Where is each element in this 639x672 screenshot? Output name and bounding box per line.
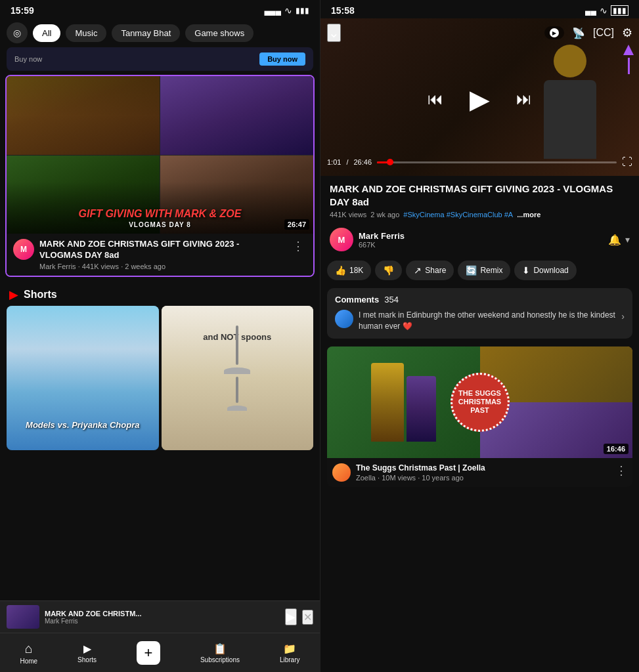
comments-section: Comments 354 I met mark in Edinburgh the… xyxy=(327,288,632,339)
progress-bar[interactable] xyxy=(377,161,617,163)
video-overlay-subtitle-text: VLOGMAS DAY 8 xyxy=(129,221,191,228)
filter-tabs: ◎ All Music Tanmay Bhat Game shows xyxy=(0,18,320,47)
player-cast-button[interactable]: 📡 xyxy=(572,27,585,39)
chevron-down-icon[interactable]: ▾ xyxy=(625,234,630,245)
featured-video-more-btn[interactable]: ⋮ xyxy=(290,239,307,253)
mini-close-button[interactable]: ✕ xyxy=(302,610,313,625)
player-top-bar: ⌄ ▶ 📡 [CC] ⚙ xyxy=(320,18,639,47)
nav-subscriptions[interactable]: 📋 Subscriptions xyxy=(200,642,240,663)
right-channel-name: Mark Ferris xyxy=(359,231,603,241)
video-title-overlay: GIFT GIVING WITH MARK & ZOE VLOGMAS DAY … xyxy=(7,182,313,234)
nav-home[interactable]: ⌂ Home xyxy=(20,641,37,665)
ad-buy-button[interactable]: Buy now xyxy=(259,52,305,66)
featured-video-title: MARK AND ZOE CHRISTMAS GIFT GIVING 2023 … xyxy=(39,239,284,261)
progress-dot xyxy=(387,159,393,165)
video-views: 441K views xyxy=(330,211,366,219)
player-collapse-button[interactable]: ⌄ xyxy=(327,24,341,42)
left-status-icons: ▄▄▄ ∿ ▮▮▮ xyxy=(264,5,309,16)
tab-all[interactable]: All xyxy=(33,24,60,42)
comment-expand-icon[interactable]: › xyxy=(621,311,625,322)
video-info-section: MARK AND ZOE CHRISTMAS GIFT GIVING 2023 … xyxy=(320,176,639,222)
short-thumb-1: Models vs. Priyanka Chopra xyxy=(7,306,159,450)
remix-button[interactable]: 🔄 Remix xyxy=(458,261,510,280)
comment-content: I met mark in Edinburgh the other weeken… xyxy=(359,310,616,332)
short-thumb-2: and NOT spoons xyxy=(162,306,314,450)
tab-tanmay-bhat[interactable]: Tanmay Bhat xyxy=(112,24,180,42)
ad-text: Buy now xyxy=(14,55,42,63)
right-status-time: 15:58 xyxy=(331,5,355,16)
video-player[interactable]: ⌄ ▶ 📡 [CC] ⚙ xyxy=(320,18,639,176)
progress-fill xyxy=(377,161,387,163)
commenter-avatar xyxy=(335,310,353,328)
shorts-header: ▶ Shorts xyxy=(0,282,320,306)
previous-button[interactable]: ⏮ xyxy=(428,90,443,108)
right-status-bar: 15:58 ▄▄ ∿ ▮▮▮ xyxy=(320,0,639,18)
progress-row: 1:01 / 26:46 ⛶ xyxy=(327,156,632,168)
tab-music[interactable]: Music xyxy=(66,24,106,42)
nav-create[interactable]: + xyxy=(137,641,160,665)
mini-player-title: MARK AND ZOE CHRISTM... xyxy=(45,610,280,618)
short-item-1[interactable]: Models vs. Priyanka Chopra xyxy=(7,306,159,450)
play-pause-button[interactable]: ▶ xyxy=(470,84,490,114)
video-overlay-title-text: GIFT GIVING WITH MARK & ZOE xyxy=(79,208,242,220)
player-settings-button[interactable]: ⚙ xyxy=(622,26,632,40)
right-battery-icon: ▮▮▮ xyxy=(611,5,628,16)
channel-row: M Mark Ferris 667K 🔔 ▾ xyxy=(320,222,639,257)
left-panel: 15:59 ▄▄▄ ∿ ▮▮▮ ◎ All Music Tanmay Bhat … xyxy=(0,0,320,672)
home-icon: ⌂ xyxy=(25,641,33,656)
tab-game-shows[interactable]: Game shows xyxy=(185,24,253,42)
create-icon: + xyxy=(137,641,160,665)
right-scrollable-content: MARK AND ZOE CHRISTMAS GIFT GIVING 2023 … xyxy=(320,176,639,672)
tab-explore-icon[interactable]: ◎ xyxy=(7,22,28,43)
featured-video-subtitle: Mark Ferris · 441K views · 2 weeks ago xyxy=(39,262,284,270)
like-button[interactable]: 👍 18K xyxy=(327,261,371,280)
like-icon: 👍 xyxy=(335,265,346,276)
featured-video-info: M MARK AND ZOE CHRISTMAS GIFT GIVING 202… xyxy=(7,234,313,276)
total-time: 26:46 xyxy=(353,158,372,166)
featured-video-meta: MARK AND ZOE CHRISTMAS GIFT GIVING 2023 … xyxy=(39,239,284,270)
right-signal-icon: ▄▄ xyxy=(585,6,596,15)
download-label: Download xyxy=(533,266,568,275)
related-video-title: The Suggs Christmas Past | Zoella xyxy=(356,463,610,472)
nav-shorts[interactable]: ▶ Shorts xyxy=(77,642,97,663)
player-subtitles-button[interactable]: [CC] xyxy=(593,27,614,39)
next-button[interactable]: ⏭ xyxy=(516,90,532,108)
shorts-title: Shorts xyxy=(24,289,57,301)
battery-icon: ▮▮▮ xyxy=(296,6,309,15)
related-video-info: The Suggs Christmas Past | Zoella Zoella… xyxy=(327,458,632,487)
related-video-thumbnail: THE SUGGS CHRISTMAS PAST 16:46 xyxy=(327,346,632,458)
library-icon: 📁 xyxy=(283,642,296,655)
related-video-sub: Zoella · 10M views · 10 years ago xyxy=(356,474,610,482)
mini-player-channel: Mark Ferris xyxy=(45,618,280,625)
player-play-toggle[interactable]: ▶ xyxy=(544,26,564,39)
wifi-icon: ∿ xyxy=(284,5,292,16)
comment-text: I met mark in Edinburgh the other weeken… xyxy=(359,310,616,332)
channel-name-wrap: Mark Ferris 667K xyxy=(359,231,603,249)
featured-video-thumbnail: GIFT GIVING WITH MARK & ZOE VLOGMAS DAY … xyxy=(7,76,313,234)
short-title-1: Models vs. Priyanka Chopra xyxy=(12,420,154,430)
time-separator: / xyxy=(346,158,348,166)
related-more-btn[interactable]: ⋮ xyxy=(615,463,627,478)
related-people-group xyxy=(371,363,436,442)
arrow-up-shape xyxy=(623,45,634,55)
short-overlay-text-1: Models vs. Priyanka Chopra xyxy=(12,420,154,430)
more-link[interactable]: ...more xyxy=(517,211,540,219)
featured-video-card[interactable]: GIFT GIVING WITH MARK & ZOE VLOGMAS DAY … xyxy=(5,75,315,277)
shorts-logo-icon: ▶ xyxy=(9,287,18,302)
dislike-button[interactable]: 👎 xyxy=(375,261,402,280)
subscriptions-icon: 📋 xyxy=(213,642,227,655)
download-button[interactable]: ⬇ Download xyxy=(514,261,576,280)
share-button[interactable]: ↗ Share xyxy=(406,261,454,280)
video-stats-row: 441K views 2 wk ago #SkyCinema #SkyCinem… xyxy=(330,211,630,219)
related-video-card[interactable]: THE SUGGS CHRISTMAS PAST 16:46 The Suggs… xyxy=(327,346,632,487)
related-video-duration: 16:46 xyxy=(604,444,628,454)
mini-play-button[interactable]: ▶ xyxy=(285,608,297,625)
notification-bell-icon[interactable]: 🔔 xyxy=(608,234,621,246)
nav-home-label: Home xyxy=(20,658,37,665)
video-duration: 26:47 xyxy=(284,219,309,230)
dislike-icon: 👎 xyxy=(383,265,394,276)
short-item-2[interactable]: and NOT spoons xyxy=(162,306,314,450)
fullscreen-button[interactable]: ⛶ xyxy=(622,156,632,168)
nav-library[interactable]: 📁 Library xyxy=(280,642,300,663)
nav-shorts-label: Shorts xyxy=(77,656,97,663)
